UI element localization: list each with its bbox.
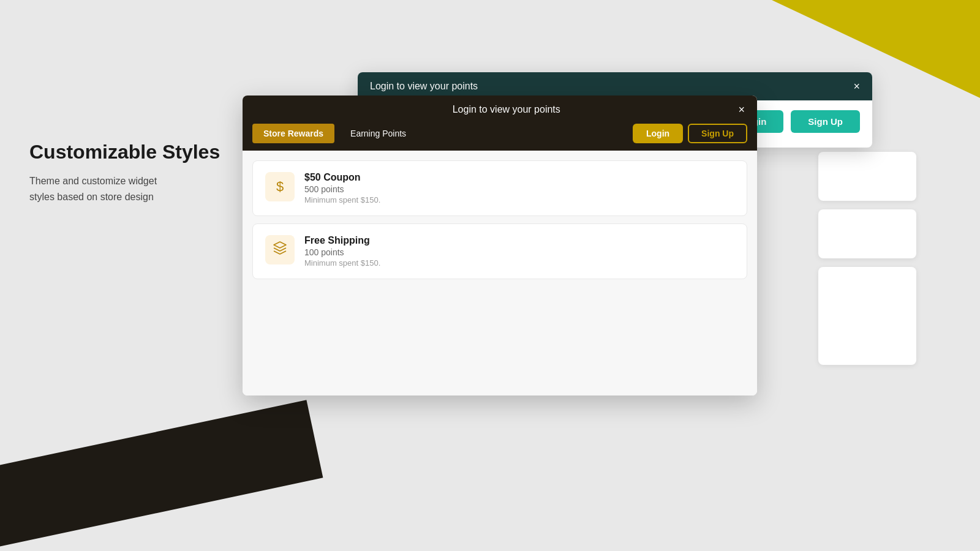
bg-dark-stripe <box>0 400 323 549</box>
reward-title-shipping: Free Shipping <box>304 235 380 246</box>
left-content: Customizable Styles Theme and customize … <box>29 141 220 204</box>
page-description: Theme and customize widget styles based … <box>29 173 164 204</box>
modal-front-login-button[interactable]: Login <box>633 124 683 143</box>
modal-front-close-button[interactable]: × <box>738 104 745 115</box>
reward-card-coupon: $ $50 Coupon 500 points Minimum spent $1… <box>252 160 747 216</box>
reward-min-spent-shipping: Minimum spent $150. <box>304 258 380 268</box>
coupon-icon: $ <box>276 179 284 195</box>
reward-points-shipping: 100 points <box>304 247 380 257</box>
decorative-card-mid <box>818 209 916 258</box>
reward-title-coupon: $50 Coupon <box>304 172 380 183</box>
reward-info-coupon: $50 Coupon 500 points Minimum spent $150… <box>304 172 380 204</box>
modal-back-title: Login to view your points <box>370 81 478 92</box>
modal-front-header: Login to view your points × <box>243 96 757 124</box>
shipping-icon <box>273 241 287 259</box>
tab-store-rewards[interactable]: Store Rewards <box>252 124 334 143</box>
modal-front-title: Login to view your points <box>274 104 738 115</box>
modal-front: Login to view your points × Store Reward… <box>243 96 757 395</box>
reward-min-spent-coupon: Minimum spent $150. <box>304 195 380 204</box>
modal-front-body: $ $50 Coupon 500 points Minimum spent $1… <box>243 151 757 395</box>
reward-icon-wrapper-coupon: $ <box>265 172 295 201</box>
tabs-bar: Store Rewards Earning Points Login Sign … <box>243 124 757 151</box>
modal-back-signup-button[interactable]: Sign Up <box>791 110 860 133</box>
modal-front-signup-button[interactable]: Sign Up <box>688 124 747 143</box>
decorative-card-bot <box>818 267 916 365</box>
reward-card-shipping: Free Shipping 100 points Minimum spent $… <box>252 223 747 279</box>
page-heading: Customizable Styles <box>29 141 220 163</box>
reward-info-shipping: Free Shipping 100 points Minimum spent $… <box>304 235 380 268</box>
reward-icon-wrapper-shipping <box>265 235 295 264</box>
reward-points-coupon: 500 points <box>304 184 380 194</box>
decorative-card-top <box>818 152 916 201</box>
modal-back-close-button[interactable]: × <box>853 81 860 92</box>
tab-earning-points[interactable]: Earning Points <box>339 124 417 143</box>
